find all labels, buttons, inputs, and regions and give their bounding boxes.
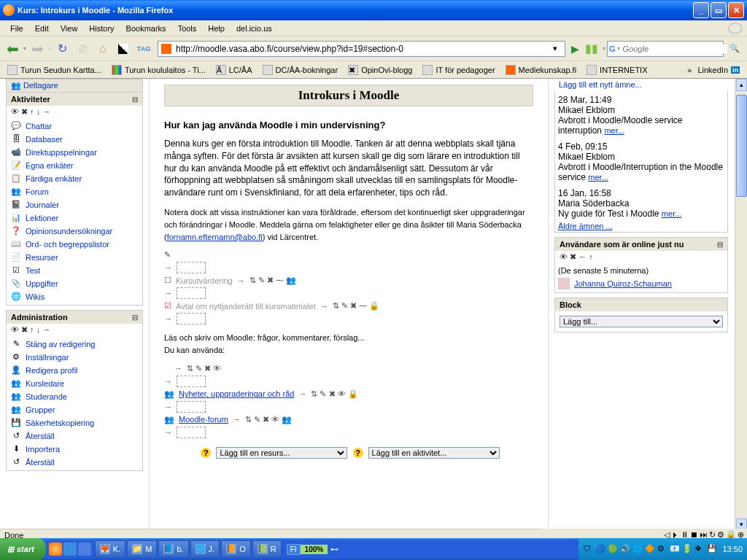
reload-button[interactable]: ↻ [53,39,71,58]
searchbox[interactable]: G▾ [607,41,724,57]
edit-icons[interactable]: ⇅ ✎ ✖ ⁓ 👥 [249,276,296,285]
edit-icon[interactable]: ✎ [164,250,171,260]
activity-avtal[interactable]: Avtal om nyttjanderätt till kursmaterial… [176,302,316,311]
drop-zone[interactable] [177,427,206,438]
activity-link[interactable]: ☑Test [9,264,139,277]
help-icon[interactable]: ? [353,448,363,458]
menu-file[interactable]: File [4,24,29,33]
activity-kursutv[interactable]: Kursutvärdering [176,276,233,285]
ext-icon-2[interactable]: ▮▮ [582,39,601,58]
admin-link[interactable]: 👥Grupper [9,403,139,416]
taskbar-button[interactable]: 📙O [221,540,251,541]
block-edit-icons[interactable]: 👁 ✖ ← ↑ [555,251,727,263]
bookmark-overflow[interactable]: » [687,66,692,74]
contact-email[interactable]: fornamn.efternamn@abo.fi [167,233,263,241]
go-button[interactable]: ▶ [571,43,579,55]
activity-link[interactable]: 📖Ord- och begreppslistor [9,238,139,251]
drop-zone[interactable] [177,287,206,299]
taskbar-button[interactable]: 🌐J. [190,540,220,541]
edit-icons[interactable]: ⇅ ✎ ✖ 👁 [187,364,221,373]
news-more-link[interactable]: mer... [662,209,682,218]
activity-link[interactable]: 📝Egna enkäter [9,159,139,172]
taskbar-button[interactable]: 🦊K. [95,540,125,541]
home-button[interactable]: ⌂ [93,39,112,58]
activity-link[interactable]: 📹Direktuppspelningar [9,146,139,159]
back-button[interactable]: ⬅ [3,39,22,58]
bookmark-item[interactable]: INTERNETIX [582,65,651,75]
menu-delicious[interactable]: del.icio.us [231,24,278,33]
admin-link[interactable]: ↺Återställ [9,456,139,469]
maximize-button[interactable]: ▭ [711,2,727,18]
add-activity-select[interactable]: Lägg till en aktivitet... [368,447,500,459]
bookmark-linkedin[interactable]: LinkedInin [693,66,744,74]
news-more-link[interactable]: mer... [604,126,624,135]
taskbar-button[interactable]: 📗R [252,540,282,541]
menu-bookmarks[interactable]: Bookmarks [120,24,172,33]
activity-link[interactable]: 🌐Wikis [9,290,139,303]
older-topics-link[interactable]: Äldre ämnen ... [558,222,613,230]
block-edit-icons[interactable]: 👁 ✖ ↑ ↓ → [7,106,142,118]
block-edit-icons[interactable]: 👁 ✖ ↑ ↓ → [7,324,142,336]
bookmark-item[interactable]: ÅLC/ÅA [212,65,257,75]
admin-link[interactable]: 💾Säkerhetskopiering [9,416,139,429]
scroll-thumb[interactable] [736,95,747,197]
menu-tools[interactable]: Tools [172,24,203,33]
taskbar-button[interactable]: 📁M [127,540,157,541]
drop-zone[interactable] [177,376,206,387]
activity-nyheter[interactable]: Nyheter, uppgraderingar och råd [179,389,294,398]
drop-zone[interactable] [177,401,206,413]
admin-link[interactable]: ⬇Importera [9,443,139,456]
collapse-icon[interactable]: ⊟ [132,96,138,104]
url-input[interactable] [173,44,553,54]
edit-icons[interactable]: ⇅ ✎ ✖ 👁 👥 [245,415,292,424]
admin-link[interactable]: 👥Kursledare [9,377,139,390]
news-more-link[interactable]: mer... [588,173,608,182]
help-icon[interactable]: ? [201,448,211,458]
search-go[interactable]: 🔍 [725,39,744,58]
admin-link[interactable]: ↺Återställ [9,429,139,443]
edit-icons[interactable]: ⇅ ✎ ✖ ⁓ 🔒 [333,301,379,311]
activity-link[interactable]: 🗄Databaser [9,133,139,146]
forward-button[interactable]: ➡ [28,39,47,58]
forum-add-topic[interactable]: Lägg till ett nytt ämne... [554,79,728,90]
bookmark-item[interactable]: Turun Seudun Kartta... [3,65,106,75]
add-resource-select[interactable]: Lägg till en resurs... [216,447,347,459]
menu-history[interactable]: History [83,24,120,33]
activity-mforum[interactable]: Moodle-forum [179,415,228,424]
bookmark-item[interactable]: Mediekunskap.fi [501,65,581,75]
minimize-button[interactable]: _ [693,2,709,18]
deltagare-cutoff[interactable]: 👥 Deltagare [6,79,143,92]
admin-link[interactable]: 👤Redigera profil [9,364,139,377]
url-dropdown[interactable]: ▾ [553,44,563,53]
bookmark-item[interactable]: IT för pedagoger [418,65,499,75]
taskbar-button[interactable]: 📘b. [158,540,188,541]
checkbox-icon[interactable]: ☐ [164,276,171,285]
activity-link[interactable]: 💬Chattar [9,120,139,133]
activity-link[interactable]: 📊Lektioner [9,211,139,225]
menu-help[interactable]: Help [202,24,231,33]
bookmark-item[interactable]: DC/ÅA-bokningar [258,65,343,75]
menu-view[interactable]: View [55,24,84,33]
drop-zone[interactable] [177,262,206,273]
activity-link[interactable]: 📋Färdiga enkäter [9,172,139,185]
admin-link[interactable]: 👥Studerande [9,390,139,403]
menu-edit[interactable]: Edit [29,24,55,33]
collapse-icon[interactable]: ⊟ [132,314,138,322]
activity-link[interactable]: 📎Uppgifter [9,277,139,290]
activity-link[interactable]: 📄Resurser [9,251,139,264]
close-button[interactable]: ✕ [728,2,744,18]
edit-icons[interactable]: ⇅ ✎ ✖ 👁 🔒 [311,389,357,399]
collapse-icon[interactable]: ⊟ [717,241,723,249]
search-input[interactable] [620,44,727,53]
activity-link[interactable]: ❓Opinionsundersökningar [9,225,139,238]
ext-icon-1[interactable] [114,39,133,58]
admin-link[interactable]: ✎Stäng av redigering [9,338,139,351]
online-user[interactable]: Johanna Quiroz-Schauman [558,276,724,291]
drop-zone[interactable] [177,313,206,324]
start-button[interactable]: ⊞ start [0,538,46,541]
scroll-up-button[interactable]: ▴ [736,79,747,91]
admin-link[interactable]: ⚙Inställningar [9,351,139,364]
tag-icon[interactable]: TAG [134,39,153,58]
bookmark-item[interactable]: Turun koululaitos - Ti... [107,65,210,75]
activity-link[interactable]: 📓Journaler [9,198,139,211]
